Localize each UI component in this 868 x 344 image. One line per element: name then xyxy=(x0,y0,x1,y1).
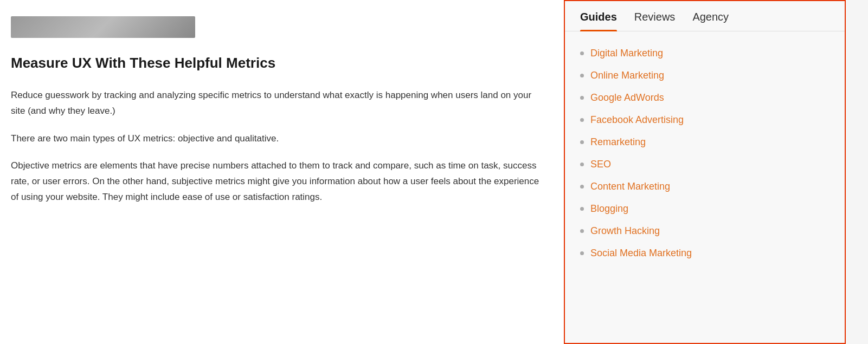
sidebar-item-label: Facebook Advertising xyxy=(590,114,684,126)
article-paragraph-1: Reduce guesswork by tracking and analyzi… xyxy=(11,88,542,119)
sidebar-item-label: Remarketing xyxy=(590,137,646,148)
sidebar-item-label: Social Media Marketing xyxy=(590,248,692,259)
sidebar-item-label: Online Marketing xyxy=(590,70,664,81)
sidebar-item-label: Google AdWords xyxy=(590,92,664,103)
sidebar-list-item[interactable]: Growth Hacking xyxy=(580,220,830,242)
article-paragraph-2: There are two main types of UX metrics: … xyxy=(11,131,542,147)
article-image xyxy=(11,16,195,38)
list-bullet-icon xyxy=(580,229,584,233)
sidebar-list-item[interactable]: Facebook Advertising xyxy=(580,109,830,131)
list-bullet-icon xyxy=(580,207,584,211)
list-bullet-icon xyxy=(580,51,584,55)
sidebar-item-label: Blogging xyxy=(590,203,628,215)
list-bullet-icon xyxy=(580,185,584,189)
list-bullet-icon xyxy=(580,74,584,77)
sidebar-list-item[interactable]: Social Media Marketing xyxy=(580,242,830,264)
list-bullet-icon xyxy=(580,251,584,255)
sidebar: Guides Reviews Agency Digital MarketingO… xyxy=(564,0,846,344)
main-content: Measure UX With These Helpful Metrics Re… xyxy=(0,0,564,344)
article-paragraph-3: Objective metrics are elements that have… xyxy=(11,158,542,205)
sidebar-tabs: Guides Reviews Agency xyxy=(565,1,845,31)
sidebar-list-item[interactable]: Content Marketing xyxy=(580,176,830,198)
article-title: Measure UX With These Helpful Metrics xyxy=(11,54,542,73)
sidebar-list-item[interactable]: Online Marketing xyxy=(580,64,830,87)
tab-guides[interactable]: Guides xyxy=(580,11,617,31)
list-bullet-icon xyxy=(580,96,584,100)
sidebar-list-item[interactable]: Remarketing xyxy=(580,131,830,153)
sidebar-list-item[interactable]: SEO xyxy=(580,153,830,176)
list-bullet-icon xyxy=(580,140,584,144)
sidebar-list-item[interactable]: Google AdWords xyxy=(580,87,830,109)
sidebar-list-item[interactable]: Blogging xyxy=(580,198,830,220)
sidebar-item-label: Growth Hacking xyxy=(590,225,660,237)
sidebar-list: Digital MarketingOnline MarketingGoogle … xyxy=(565,31,845,275)
list-bullet-icon xyxy=(580,163,584,166)
article-body: Reduce guesswork by tracking and analyzi… xyxy=(11,88,542,205)
list-bullet-icon xyxy=(580,118,584,122)
sidebar-item-label: SEO xyxy=(590,159,611,170)
sidebar-item-label: Digital Marketing xyxy=(590,48,663,59)
tab-agency[interactable]: Agency xyxy=(692,11,729,31)
sidebar-item-label: Content Marketing xyxy=(590,181,670,192)
sidebar-list-item[interactable]: Digital Marketing xyxy=(580,42,830,64)
tab-reviews[interactable]: Reviews xyxy=(634,11,676,31)
